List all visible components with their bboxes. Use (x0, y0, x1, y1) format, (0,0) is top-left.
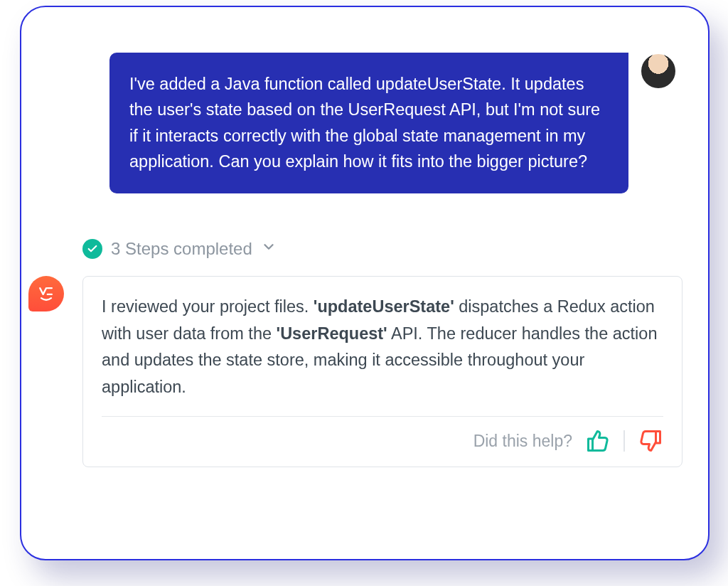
ai-response-text: I reviewed your project files. 'updateUs… (102, 294, 663, 417)
chevron-down-icon (261, 239, 277, 259)
feedback-row: Did this help? (102, 417, 663, 454)
chat-card: I've added a Java function called update… (20, 6, 710, 560)
ai-assistant-avatar (28, 276, 64, 311)
user-message-bubble: I've added a Java function called update… (109, 53, 628, 193)
feedback-separator (623, 430, 625, 452)
ai-text-bold: 'UserRequest' (277, 324, 387, 343)
thumbs-down-button[interactable] (638, 428, 663, 454)
user-message-row: I've added a Java function called update… (109, 53, 675, 193)
thumbs-up-button[interactable] (585, 428, 611, 454)
check-circle-icon (82, 239, 102, 259)
ai-text-bold: 'updateUserState' (314, 297, 454, 316)
ai-text-part: I reviewed your project files. (102, 297, 314, 316)
feedback-prompt: Did this help? (473, 432, 572, 451)
user-message-text: I've added a Java function called update… (129, 75, 600, 171)
ai-response-panel: I reviewed your project files. 'updateUs… (82, 276, 682, 467)
steps-completed-label: 3 Steps completed (111, 239, 252, 259)
steps-completed-toggle[interactable]: 3 Steps completed (82, 239, 277, 259)
user-avatar (641, 54, 675, 88)
